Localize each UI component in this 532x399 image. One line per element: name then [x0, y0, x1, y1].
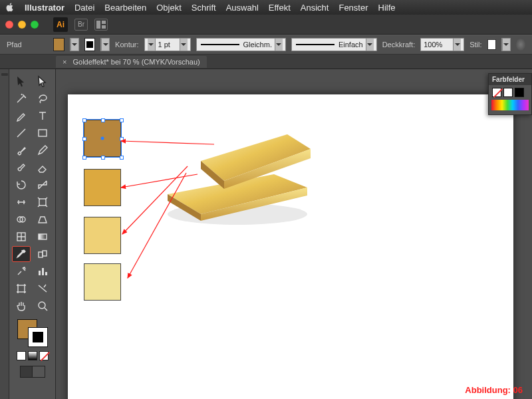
close-window-button[interactable]: [5, 21, 13, 29]
tool-selection[interactable]: [12, 73, 31, 89]
stroke-color-box[interactable]: [28, 327, 48, 347]
menu-objekt[interactable]: Objekt: [156, 3, 182, 13]
screen-mode-switch[interactable]: [20, 366, 45, 378]
selection-handle[interactable]: [82, 156, 86, 160]
tool-blob-brush[interactable]: [12, 160, 31, 176]
menu-fenster[interactable]: Fenster: [338, 3, 368, 13]
tab-close-icon[interactable]: ×: [63, 58, 66, 66]
tool-eyedropper[interactable]: [12, 246, 31, 262]
svg-rect-1: [102, 21, 106, 24]
swatch-none[interactable]: [492, 88, 501, 97]
selection-handle[interactable]: [82, 137, 86, 141]
svg-rect-10: [43, 251, 47, 256]
tool-width[interactable]: [12, 194, 31, 210]
swatches-panel-title: Farbfelder: [489, 74, 531, 85]
menu-bearbeiten[interactable]: Bearbeiten: [104, 3, 146, 13]
color-sample-3[interactable]: [84, 217, 121, 254]
graphic-style-swatch[interactable]: [487, 39, 496, 50]
menu-auswahl[interactable]: Auswahl: [226, 3, 259, 13]
tool-type[interactable]: [33, 108, 52, 124]
tool-lasso[interactable]: [33, 90, 52, 106]
stroke-weight-value: 1 pt: [158, 41, 177, 49]
illustrator-logo-icon: Ai: [53, 17, 68, 32]
fill-dropdown[interactable]: [70, 38, 79, 51]
selection-handle[interactable]: [101, 118, 105, 122]
swatches-panel[interactable]: Farbfelder: [488, 73, 532, 115]
swatch-spectrum-gradient[interactable]: [491, 100, 529, 110]
opacity-value: 100%: [424, 41, 450, 49]
brush-profile-dropdown[interactable]: Einfach: [291, 38, 377, 51]
control-bar: Pfad Kontur: 1 pt Gleichm. Einfach Deckk…: [0, 35, 532, 55]
tool-line[interactable]: [12, 125, 31, 141]
selection-handle[interactable]: [101, 156, 105, 160]
tool-paintbrush[interactable]: [12, 142, 31, 158]
stroke-dropdown[interactable]: [100, 38, 110, 51]
canvas[interactable]: Farbfelder Abbildung: 06: [56, 69, 532, 399]
menu-ansicht[interactable]: Ansicht: [301, 3, 329, 13]
color-mode-gradient[interactable]: [28, 351, 37, 360]
color-mode-solid[interactable]: [17, 351, 26, 360]
svg-point-12: [39, 302, 45, 309]
swatch-white[interactable]: [503, 88, 513, 97]
color-sample-4[interactable]: [84, 263, 121, 301]
maximize-window-button[interactable]: [31, 21, 39, 29]
artboard[interactable]: [68, 94, 513, 399]
stroke-weight-dropdown[interactable]: 1 pt: [144, 38, 191, 51]
tool-gradient[interactable]: [33, 229, 52, 245]
tool-eraser[interactable]: [33, 160, 52, 176]
gold-bars-image: [154, 114, 314, 227]
kontur-label: Kontur:: [115, 41, 138, 49]
graphic-style-dropdown[interactable]: [501, 38, 511, 51]
panel-menu-icon[interactable]: [516, 39, 525, 51]
menu-hilfe[interactable]: Hilfe: [378, 3, 396, 13]
fill-swatch[interactable]: [53, 38, 64, 51]
tool-pencil[interactable]: [33, 142, 52, 158]
tool-shape-builder[interactable]: [12, 211, 31, 227]
tool-zoom[interactable]: [33, 298, 52, 314]
selection-handle[interactable]: [82, 118, 86, 122]
minimize-window-button[interactable]: [18, 21, 26, 29]
figure-caption: Abbildung: 06: [465, 385, 523, 395]
brush-line-preview: [296, 44, 334, 45]
arrange-documents-icon[interactable]: [94, 19, 108, 31]
tool-rectangle[interactable]: [33, 125, 52, 141]
selection-handle[interactable]: [120, 118, 124, 122]
color-sample-1[interactable]: [84, 120, 121, 157]
selection-handle[interactable]: [120, 137, 124, 141]
color-sample-2[interactable]: [84, 169, 121, 206]
selection-center-anchor: [101, 137, 104, 140]
tool-symbol-sprayer[interactable]: [12, 263, 31, 279]
document-tab[interactable]: × Goldeffekt* bei 70 % (CMYK/Vorschau): [56, 56, 207, 68]
tool-free-transform[interactable]: [33, 194, 52, 210]
stroke-swatch[interactable]: [84, 38, 95, 51]
tool-artboard[interactable]: [12, 281, 31, 297]
tool-column-graph[interactable]: [33, 263, 52, 279]
tool-direct-selection[interactable]: [33, 73, 52, 89]
fill-stroke-control[interactable]: [17, 319, 48, 347]
tool-slice[interactable]: [33, 281, 52, 297]
tool-hand[interactable]: [12, 298, 31, 314]
app-chrome: Ai Br: [0, 15, 532, 35]
selection-handle[interactable]: [120, 156, 124, 160]
color-mode-none[interactable]: [39, 351, 49, 360]
tool-pen[interactable]: [12, 108, 31, 124]
toolbox: [9, 69, 56, 399]
tool-blend[interactable]: [33, 246, 52, 262]
menu-schrift[interactable]: Schrift: [192, 3, 216, 13]
document-tab-row: × Goldeffekt* bei 70 % (CMYK/Vorschau): [0, 55, 532, 69]
opacity-label: Deckkraft:: [382, 41, 416, 49]
bridge-icon[interactable]: Br: [74, 19, 88, 31]
tool-magic-wand[interactable]: [12, 90, 31, 106]
tool-rotate[interactable]: [12, 177, 31, 193]
tool-scale[interactable]: [33, 177, 52, 193]
stroke-cap-label: Gleichm.: [243, 41, 272, 49]
tool-perspective[interactable]: [33, 211, 52, 227]
stroke-profile-dropdown[interactable]: Gleichm.: [196, 38, 286, 51]
collapsed-panel-strip[interactable]: [0, 69, 9, 399]
opacity-dropdown[interactable]: 100%: [420, 38, 464, 51]
swatch-black[interactable]: [515, 88, 524, 97]
mac-menu-bar: Illustrator Datei Bearbeiten Objekt Schr…: [0, 0, 532, 15]
tool-mesh[interactable]: [12, 229, 31, 245]
menu-datei[interactable]: Datei: [74, 3, 94, 13]
menu-effekt[interactable]: Effekt: [269, 3, 291, 13]
